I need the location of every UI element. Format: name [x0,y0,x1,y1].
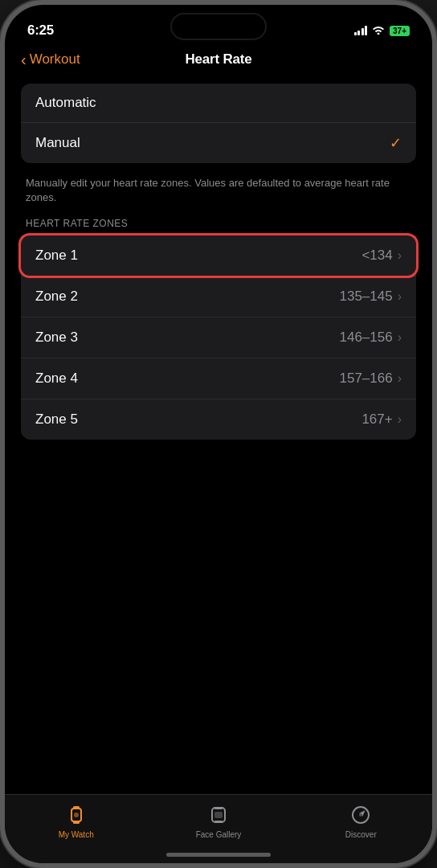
zone-1-value: <134 [361,248,392,264]
zone-4-label: Zone 4 [35,371,78,387]
phone-screen: 6:25 37+ ‹ Workout [5,5,432,863]
signal-bar-3 [361,28,364,35]
my-watch-tab-label: My Watch [59,830,94,839]
zone-2-row[interactable]: Zone 2 135–145 › [21,276,416,317]
back-button[interactable]: ‹ Workout [21,51,80,69]
zone-3-right: 146–156 › [339,330,402,346]
zone-5-value: 167+ [361,411,392,428]
discover-icon [349,803,373,827]
zone-1-chevron-icon: › [398,248,402,263]
zone-3-row[interactable]: Zone 3 146–156 › [21,317,416,358]
zone-5-label: Zone 5 [35,411,78,428]
zone-2-value: 135–145 [339,289,392,305]
zone-1-row[interactable]: Zone 1 <134 › [21,235,416,276]
svg-rect-6 [214,821,223,823]
content-area: Automatic Manual ✓ Manually edit your he… [5,77,432,794]
dynamic-island [170,13,267,40]
svg-point-3 [74,813,79,817]
zone-1-label: Zone 1 [35,248,78,264]
zone-group: Zone 1 <134 › Zone 2 135–145 › Zone 3 [21,235,416,440]
zone-5-chevron-icon: › [398,412,402,427]
tab-face-gallery[interactable]: Face Gallery [147,803,289,839]
zone-4-chevron-icon: › [398,371,402,386]
back-chevron-icon: ‹ [21,51,27,69]
zone-2-chevron-icon: › [398,289,402,304]
tab-discover[interactable]: Discover [290,803,432,839]
signal-bar-1 [354,32,357,35]
zone-4-right: 157–166 › [339,371,402,387]
zone-2-label: Zone 2 [35,289,78,305]
face-gallery-tab-label: Face Gallery [196,830,242,839]
zone-4-value: 157–166 [339,371,392,387]
zone-3-label: Zone 3 [35,330,78,346]
signal-bar-4 [365,26,367,35]
svg-rect-2 [73,821,80,824]
signal-bars-icon [354,26,368,35]
zone-5-row[interactable]: Zone 5 167+ › [21,399,416,440]
tab-my-watch[interactable]: My Watch [5,803,147,839]
wifi-icon [372,25,385,37]
svg-rect-5 [214,807,223,809]
automatic-option[interactable]: Automatic [21,84,416,123]
automatic-label: Automatic [35,95,96,111]
zone-3-chevron-icon: › [398,330,402,345]
zone-5-right: 167+ › [361,411,402,428]
zone-3-value: 146–156 [339,330,392,346]
back-label: Workout [30,51,80,68]
mode-option-group: Automatic Manual ✓ [21,84,416,163]
zone-1-highlight-ring [18,233,419,278]
phone-frame: 6:25 37+ ‹ Workout [0,0,437,868]
helper-text: Manually edit your heart rate zones. Val… [21,170,416,218]
svg-point-10 [359,813,362,817]
signal-bar-2 [357,31,360,35]
my-watch-icon [64,803,88,827]
manual-label: Manual [35,135,80,151]
zone-1-right: <134 › [361,248,402,264]
checkmark-icon: ✓ [390,134,402,152]
status-time: 6:25 [27,23,54,39]
zone-4-row[interactable]: Zone 4 157–166 › [21,358,416,399]
battery-badge: 37+ [390,26,410,36]
discover-tab-label: Discover [345,830,377,839]
zone-2-right: 135–145 › [339,289,402,305]
nav-header: ‹ Workout Heart Rate [5,45,432,77]
status-icons: 37+ [354,25,410,37]
svg-rect-7 [214,812,223,818]
manual-option[interactable]: Manual ✓ [21,123,416,163]
svg-rect-1 [73,806,80,809]
zones-section-header: HEART RATE ZONES [21,218,416,235]
face-gallery-icon [206,803,231,827]
home-indicator [166,853,271,857]
page-title: Heart Rate [185,51,251,68]
